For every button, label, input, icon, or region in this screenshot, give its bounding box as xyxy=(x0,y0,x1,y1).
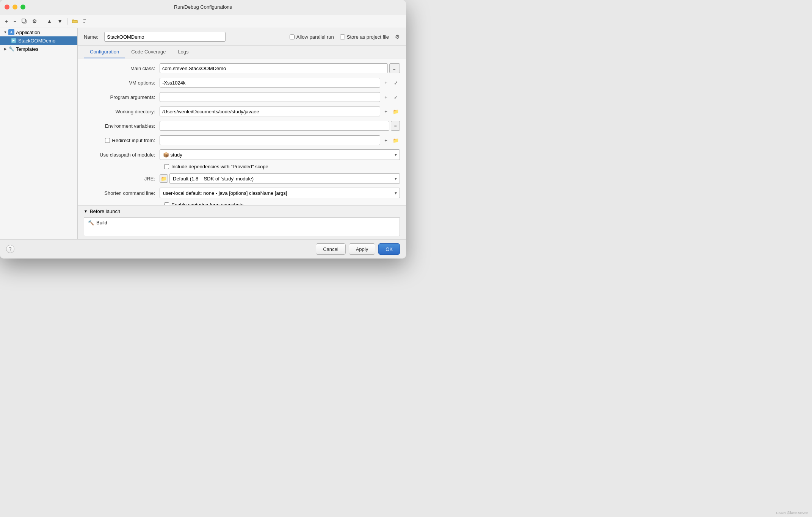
shorten-cmd-label: Shorten command line: xyxy=(84,190,160,196)
jre-row: JRE: 📁 Default (1.8 – SDK of 'study' mod… xyxy=(84,173,400,184)
right-panel: Name: Allow parallel run Store as projec… xyxy=(78,28,406,239)
redirect-input[interactable] xyxy=(160,135,380,145)
shorten-cmd-select-wrapper: user-local default: none - java [options… xyxy=(160,188,400,198)
program-args-add-button[interactable]: + xyxy=(382,93,390,101)
remove-config-button[interactable]: − xyxy=(11,17,18,25)
window-controls[interactable] xyxy=(5,5,25,9)
classpath-label: Use classpath of module: xyxy=(84,152,160,158)
store-project-checkbox[interactable] xyxy=(340,34,345,39)
add-config-button[interactable]: + xyxy=(3,17,10,25)
main-class-field: ... xyxy=(160,63,400,73)
vm-options-label: VM options: xyxy=(84,80,160,86)
working-dir-field: + 📁 xyxy=(160,107,400,116)
application-group[interactable]: ▼ A Application xyxy=(0,28,77,36)
templates-arrow: ▶ xyxy=(3,47,8,51)
move-down-button[interactable]: ▼ xyxy=(55,17,64,25)
classpath-field: 📦 study ▼ xyxy=(160,149,400,160)
name-input[interactable] xyxy=(104,32,226,42)
tab-logs[interactable]: Logs xyxy=(172,46,194,58)
include-deps-row: Include dependencies with "Provided" sco… xyxy=(84,164,400,169)
tabs-bar: Configuration Code Coverage Logs xyxy=(78,46,406,58)
templates-item[interactable]: ▶ 🔧 Templates xyxy=(0,45,77,53)
redirect-label: Redirect input from: xyxy=(112,138,155,143)
vm-options-row: VM options: + ⤢ xyxy=(84,77,400,88)
config-name-label: StackOOMDemo xyxy=(18,38,55,44)
name-label: Name: xyxy=(84,34,98,40)
program-args-input[interactable] xyxy=(160,92,380,102)
vm-options-field: + ⤢ xyxy=(160,78,400,88)
main-class-input[interactable] xyxy=(160,63,388,73)
env-vars-display[interactable] xyxy=(160,121,389,131)
env-vars-row: Environment variables: ≡ xyxy=(84,121,400,131)
before-launch-section: ▼ Before launch 🔨 Build xyxy=(78,205,406,239)
program-args-label: Program arguments: xyxy=(84,94,160,100)
vm-options-add-button[interactable]: + xyxy=(382,78,390,87)
enable-snapshots-checkbox[interactable] xyxy=(164,202,169,205)
jre-select-wrapper: Default (1.8 – SDK of 'study' module) ▼ xyxy=(169,173,400,184)
header-options: Allow parallel run Store as project file… xyxy=(290,34,400,40)
jre-folder-button[interactable]: 📁 xyxy=(160,174,168,183)
footer-left: ? xyxy=(6,245,14,253)
redirect-browse-button[interactable]: 📁 xyxy=(392,136,400,144)
env-vars-edit-button[interactable]: ≡ xyxy=(391,121,400,131)
sort-button[interactable] xyxy=(81,17,90,25)
shorten-cmd-select[interactable]: user-local default: none - java [options… xyxy=(160,188,400,198)
main-class-browse-button[interactable]: ... xyxy=(389,63,400,73)
cancel-button[interactable]: Cancel xyxy=(316,243,345,255)
close-button[interactable] xyxy=(5,5,9,9)
program-args-field: + ⤢ xyxy=(160,92,400,102)
ok-button[interactable]: OK xyxy=(378,243,400,255)
main-class-row: Main class: ... xyxy=(84,63,400,74)
include-deps-checkbox[interactable] xyxy=(164,164,169,169)
jre-label: JRE: xyxy=(84,176,160,182)
allow-parallel-label: Allow parallel run xyxy=(296,34,334,40)
help-button[interactable]: ? xyxy=(6,245,14,253)
tab-code-coverage[interactable]: Code Coverage xyxy=(125,46,172,58)
redirect-label-group: Redirect input from: xyxy=(84,138,160,143)
before-launch-label: Before launch xyxy=(90,208,120,214)
working-dir-row: Working directory: + 📁 xyxy=(84,106,400,117)
jre-select[interactable]: Default (1.8 – SDK of 'study' module) xyxy=(169,173,400,184)
main-class-label: Main class: xyxy=(84,66,160,71)
classpath-select[interactable]: 📦 study xyxy=(160,149,400,160)
jre-select-row: 📁 Default (1.8 – SDK of 'study' module) … xyxy=(160,173,400,184)
redirect-row: Redirect input from: + 📁 xyxy=(84,135,400,146)
config-icon xyxy=(11,38,17,44)
minimize-button[interactable] xyxy=(13,5,17,9)
stackoomdemo-item[interactable]: StackOOMDemo xyxy=(0,36,77,45)
apply-button[interactable]: Apply xyxy=(349,243,376,255)
separator-2 xyxy=(67,18,67,25)
maximize-button[interactable] xyxy=(20,5,25,9)
separator-1 xyxy=(42,18,42,25)
redirect-field: + 📁 xyxy=(160,135,400,145)
vm-options-input[interactable] xyxy=(160,78,380,88)
program-args-row: Program arguments: + ⤢ xyxy=(84,92,400,102)
application-arrow: ▼ xyxy=(3,30,8,34)
tab-configuration[interactable]: Configuration xyxy=(84,46,125,58)
footer: ? Cancel Apply OK xyxy=(0,239,406,258)
classpath-select-wrapper: 📦 study ▼ xyxy=(160,149,400,160)
redirect-checkbox[interactable] xyxy=(105,138,110,143)
settings-config-button[interactable]: ⚙ xyxy=(30,17,39,25)
redirect-add-button[interactable]: + xyxy=(382,136,390,144)
wrench-icon: 🔧 xyxy=(8,46,14,52)
working-dir-input[interactable] xyxy=(160,107,380,116)
store-project-label: Store as project file xyxy=(347,34,389,40)
allow-parallel-group: Allow parallel run xyxy=(290,34,334,40)
before-launch-arrow: ▼ xyxy=(84,209,88,213)
folder-button[interactable] xyxy=(70,17,80,25)
shorten-cmd-row: Shorten command line: user-local default… xyxy=(84,188,400,198)
move-up-button[interactable]: ▲ xyxy=(45,17,54,25)
before-launch-header[interactable]: ▼ Before launch xyxy=(78,205,406,217)
application-label: Application xyxy=(16,30,40,35)
allow-parallel-checkbox[interactable] xyxy=(290,34,295,39)
working-dir-add-button[interactable]: + xyxy=(382,107,390,116)
gear-button[interactable]: ⚙ xyxy=(395,34,400,40)
classpath-row: Use classpath of module: 📦 study ▼ xyxy=(84,149,400,160)
working-dir-browse-button[interactable]: 📁 xyxy=(392,107,400,116)
env-vars-label: Environment variables: xyxy=(84,123,160,129)
copy-config-button[interactable] xyxy=(20,17,29,25)
program-args-expand-button[interactable]: ⤢ xyxy=(392,93,400,101)
enable-snapshots-label: Enable capturing form snapshots xyxy=(171,202,243,205)
vm-options-expand-button[interactable]: ⤢ xyxy=(392,78,400,87)
